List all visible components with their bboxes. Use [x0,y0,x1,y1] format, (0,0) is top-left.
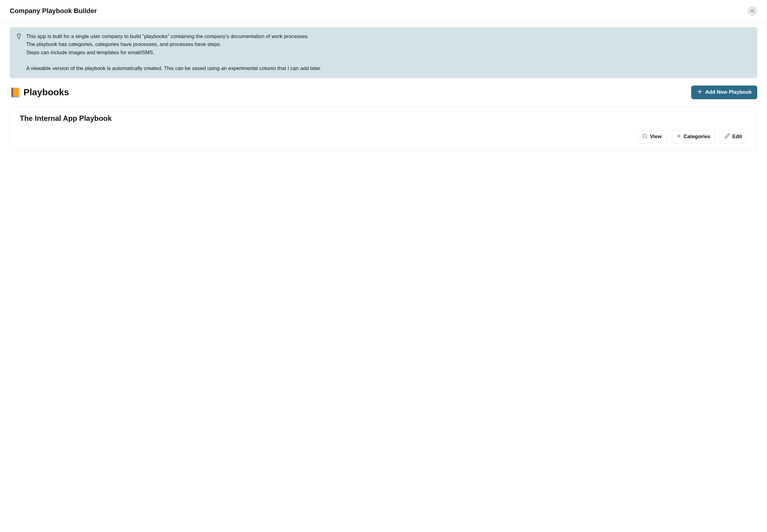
arrow-right-icon [676,133,681,140]
pencil-icon [724,133,730,140]
playbook-actions: View Categories Edit [20,130,747,144]
playbook-card: The Internal App Playbook View [10,107,757,151]
categories-button-label: Categories [684,134,710,140]
section-title-emoji: 📙 [10,87,21,98]
view-button-label: View [650,134,662,140]
search-icon [642,133,648,140]
main-content: This app is built for a single user comp… [0,22,767,156]
avatar-initial: R [751,9,754,13]
add-new-playbook-button[interactable]: Add New Playbook [691,86,757,99]
app-title: Company Playbook Builder [10,7,97,15]
add-new-playbook-label: Add New Playbook [705,89,752,95]
lightbulb-icon [16,33,22,40]
avatar[interactable]: R [748,6,757,16]
info-banner-text: This app is built for a single user comp… [26,33,321,73]
section-title-text: Playbooks [23,87,69,97]
edit-button-label: Edit [732,134,742,140]
edit-button[interactable]: Edit [719,130,747,144]
playbook-title: The Internal App Playbook [20,114,747,123]
categories-button[interactable]: Categories [671,130,716,144]
app-header: Company Playbook Builder R [0,0,767,22]
plus-icon [697,89,703,96]
section-title: 📙 Playbooks [10,87,69,98]
view-button[interactable]: View [637,130,667,144]
section-header: 📙 Playbooks Add New Playbook [10,86,757,99]
info-banner: This app is built for a single user comp… [10,27,757,78]
